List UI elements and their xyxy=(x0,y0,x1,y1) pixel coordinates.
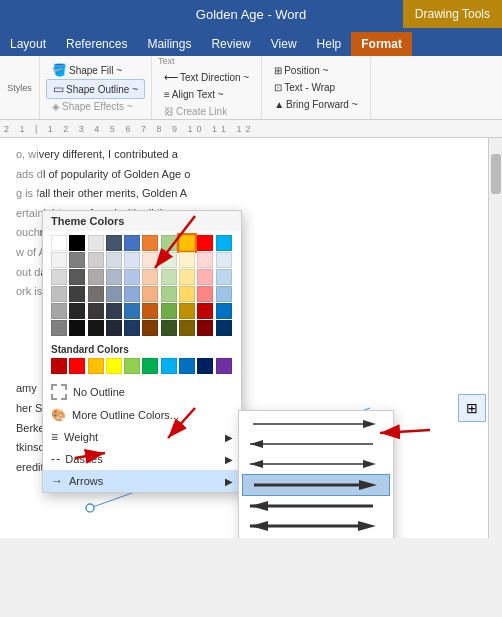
theme-color-cell[interactable] xyxy=(124,286,140,302)
std-color-cell[interactable] xyxy=(51,358,67,374)
std-color-cell[interactable] xyxy=(197,358,213,374)
arrow-left-right-thin[interactable] xyxy=(242,454,390,474)
theme-color-cell[interactable] xyxy=(142,303,158,319)
theme-color-cell[interactable] xyxy=(197,269,213,285)
std-color-cell[interactable] xyxy=(69,358,85,374)
arrow-diamond-right[interactable] xyxy=(242,536,390,538)
theme-color-cell[interactable] xyxy=(124,235,140,251)
shape-effects-button[interactable]: ◈ Shape Effects ~ xyxy=(46,99,139,114)
theme-color-cell[interactable] xyxy=(142,252,158,268)
theme-color-cell[interactable] xyxy=(88,320,104,336)
arrow-left-thick[interactable] xyxy=(242,496,390,516)
theme-color-cell[interactable] xyxy=(197,320,213,336)
tab-view[interactable]: View xyxy=(261,32,307,56)
arrow-left-right-thick[interactable] xyxy=(242,516,390,536)
std-color-cell[interactable] xyxy=(124,358,140,374)
theme-color-cell[interactable] xyxy=(88,286,104,302)
theme-color-cell[interactable] xyxy=(161,252,177,268)
align-text-button[interactable]: ≡ Align Text ~ xyxy=(158,87,230,102)
theme-color-cell[interactable] xyxy=(106,269,122,285)
theme-color-cell[interactable] xyxy=(216,320,232,336)
theme-color-cell[interactable] xyxy=(88,235,104,251)
text-direction-button[interactable]: ⟵ Text Direction ~ xyxy=(158,70,255,85)
theme-color-cell[interactable] xyxy=(179,269,195,285)
position-button[interactable]: ⊞ Position ~ xyxy=(268,63,334,78)
theme-color-cell[interactable] xyxy=(216,235,232,251)
theme-color-cell[interactable] xyxy=(124,269,140,285)
tab-format[interactable]: Format xyxy=(351,32,412,56)
arrow-right-thick[interactable] xyxy=(242,474,390,496)
theme-color-cell[interactable] xyxy=(69,235,85,251)
theme-color-cell[interactable] xyxy=(124,320,140,336)
theme-color-cell[interactable] xyxy=(142,286,158,302)
theme-color-cell[interactable] xyxy=(197,303,213,319)
scroll-thumb[interactable] xyxy=(491,154,501,194)
tab-review[interactable]: Review xyxy=(201,32,260,56)
theme-color-cell[interactable] xyxy=(216,269,232,285)
theme-color-cell[interactable] xyxy=(88,303,104,319)
theme-color-cell[interactable] xyxy=(161,235,177,251)
theme-color-cell[interactable] xyxy=(216,286,232,302)
format-icon-widget[interactable]: ⊞ xyxy=(458,394,486,422)
std-color-cell[interactable] xyxy=(106,358,122,374)
theme-color-cell[interactable] xyxy=(69,286,85,302)
theme-color-cell[interactable] xyxy=(142,320,158,336)
theme-color-cell[interactable] xyxy=(88,252,104,268)
theme-color-cell[interactable] xyxy=(69,303,85,319)
std-color-cell[interactable] xyxy=(161,358,177,374)
bring-forward-button[interactable]: ▲ Bring Forward ~ xyxy=(268,97,363,112)
arrow-left-thin[interactable] xyxy=(242,434,390,454)
wrap-text-button[interactable]: ⊡ Text - Wrap xyxy=(268,80,341,95)
theme-color-cell[interactable] xyxy=(161,269,177,285)
theme-color-cell[interactable] xyxy=(69,320,85,336)
theme-color-cell[interactable] xyxy=(197,252,213,268)
theme-color-cell[interactable] xyxy=(69,252,85,268)
dashes-item[interactable]: - - Dashes ▶ xyxy=(43,448,241,470)
theme-color-cell[interactable] xyxy=(69,269,85,285)
shape-fill-button[interactable]: 🪣 Shape Fill ~ xyxy=(46,61,128,79)
theme-color-cell[interactable] xyxy=(161,286,177,302)
scrollbar-track[interactable] xyxy=(488,138,502,538)
theme-color-cell[interactable] xyxy=(161,303,177,319)
std-color-cell[interactable] xyxy=(142,358,158,374)
std-color-cell[interactable] xyxy=(216,358,232,374)
std-color-cell[interactable] xyxy=(88,358,104,374)
theme-color-cell[interactable] xyxy=(142,269,158,285)
theme-color-cell[interactable] xyxy=(179,235,195,251)
no-outline-item[interactable]: No Outline xyxy=(43,380,241,404)
theme-color-cell[interactable] xyxy=(216,303,232,319)
tab-references[interactable]: References xyxy=(56,32,137,56)
theme-color-cell[interactable] xyxy=(197,235,213,251)
theme-color-cell[interactable] xyxy=(51,286,67,302)
theme-color-cell[interactable] xyxy=(51,269,67,285)
theme-color-cell[interactable] xyxy=(179,286,195,302)
theme-color-cell[interactable] xyxy=(106,252,122,268)
theme-color-cell[interactable] xyxy=(51,252,67,268)
std-color-cell[interactable] xyxy=(179,358,195,374)
shape-outline-button[interactable]: ▭ Shape Outline ~ xyxy=(46,79,145,99)
theme-color-cell[interactable] xyxy=(124,252,140,268)
theme-color-cell[interactable] xyxy=(142,235,158,251)
tab-layout[interactable]: Layout xyxy=(0,32,56,56)
theme-color-cell[interactable] xyxy=(106,303,122,319)
tab-help[interactable]: Help xyxy=(307,32,352,56)
theme-color-cell[interactable] xyxy=(124,303,140,319)
theme-color-cell[interactable] xyxy=(106,235,122,251)
theme-color-cell[interactable] xyxy=(179,320,195,336)
tab-mailings[interactable]: Mailings xyxy=(137,32,201,56)
theme-color-cell[interactable] xyxy=(51,303,67,319)
arrows-item[interactable]: → Arrows ▶ xyxy=(43,470,241,492)
arrow-right-thin[interactable] xyxy=(242,414,390,434)
theme-color-cell[interactable] xyxy=(51,235,67,251)
more-outline-colors-item[interactable]: 🎨 More Outline Colors... xyxy=(43,404,241,426)
theme-color-cell[interactable] xyxy=(88,269,104,285)
weight-item[interactable]: ≡ Weight ▶ xyxy=(43,426,241,448)
theme-color-cell[interactable] xyxy=(161,320,177,336)
theme-color-cell[interactable] xyxy=(216,252,232,268)
theme-color-cell[interactable] xyxy=(179,252,195,268)
theme-color-cell[interactable] xyxy=(51,320,67,336)
theme-color-cell[interactable] xyxy=(106,286,122,302)
theme-color-cell[interactable] xyxy=(179,303,195,319)
theme-color-cell[interactable] xyxy=(106,320,122,336)
create-link-button[interactable]: ⛓ Create Link xyxy=(158,104,233,119)
